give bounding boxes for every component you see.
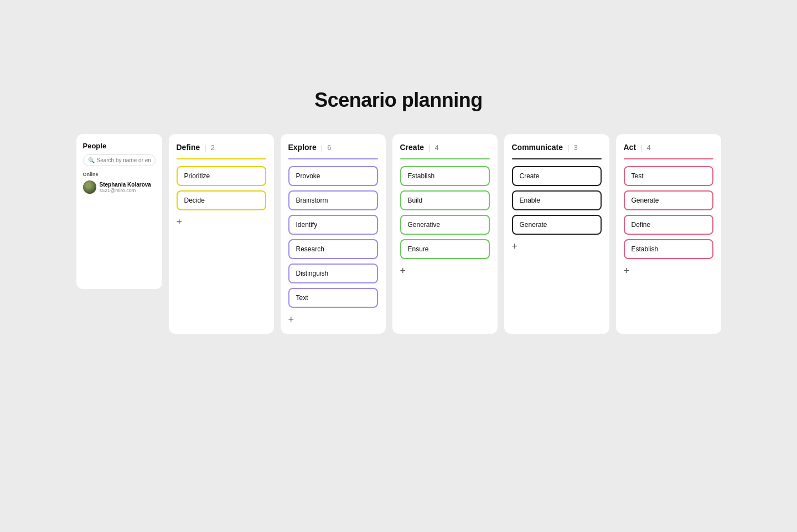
column-sep-act: |: [640, 143, 642, 152]
card-explore-2[interactable]: Identify: [288, 215, 378, 235]
user-name: Stephania Kolarova: [100, 182, 151, 188]
people-panel: People 🔍 Online Stephania Kolarova s521@…: [76, 134, 162, 289]
add-card-button-create[interactable]: +: [400, 266, 406, 276]
column-act: Act|4TestGenerateDefineEstablish+: [616, 134, 721, 334]
column-count-communicate: 3: [573, 143, 577, 152]
column-title-communicate: Communicate: [512, 143, 563, 152]
column-divider-define: [177, 158, 266, 159]
card-define-1[interactable]: Decide: [177, 190, 266, 210]
card-explore-4[interactable]: Distinguish: [288, 264, 378, 283]
column-sep-explore: |: [321, 143, 323, 152]
card-communicate-0[interactable]: Create: [512, 166, 602, 186]
search-icon: 🔍: [88, 157, 95, 163]
column-count-define: 2: [211, 143, 215, 152]
column-define: Define|2PrioritizeDecide+: [169, 134, 274, 334]
column-header-explore: Explore|6: [288, 143, 378, 152]
columns-container: Define|2PrioritizeDecide+Explore|6Provok…: [169, 134, 721, 334]
column-title-create: Create: [400, 143, 425, 152]
add-card-button-communicate[interactable]: +: [512, 241, 518, 251]
add-card-button-define[interactable]: +: [177, 217, 183, 227]
board: People 🔍 Online Stephania Kolarova s521@…: [54, 134, 743, 334]
column-title-define: Define: [177, 143, 200, 152]
column-count-create: 4: [434, 143, 438, 152]
column-header-define: Define|2: [177, 143, 266, 152]
card-create-0[interactable]: Establish: [400, 166, 490, 186]
column-sep-communicate: |: [567, 143, 569, 152]
column-header-create: Create|4: [400, 143, 490, 152]
user-row: Stephania Kolarova s521@miro.com: [83, 180, 156, 194]
column-header-communicate: Communicate|3: [512, 143, 602, 152]
column-divider-communicate: [512, 158, 602, 159]
column-divider-explore: [288, 158, 378, 159]
column-count-explore: 6: [327, 143, 331, 152]
online-label: Online: [83, 172, 156, 177]
page-title: Scenario planning: [314, 89, 483, 112]
card-explore-1[interactable]: Brainstorm: [288, 190, 378, 210]
card-create-1[interactable]: Build: [400, 190, 490, 210]
column-header-act: Act|4: [624, 143, 713, 152]
user-info: Stephania Kolarova s521@miro.com: [100, 182, 151, 193]
card-act-2[interactable]: Define: [624, 215, 713, 235]
card-explore-0[interactable]: Provoke: [288, 166, 378, 186]
column-explore: Explore|6ProvokeBrainstormIdentifyResear…: [281, 134, 386, 334]
user-email: s521@miro.com: [100, 188, 151, 193]
card-define-0[interactable]: Prioritize: [177, 166, 266, 186]
add-card-button-explore[interactable]: +: [288, 314, 294, 324]
column-count-act: 4: [646, 143, 650, 152]
people-panel-title: People: [83, 142, 156, 150]
card-create-2[interactable]: Generative: [400, 215, 490, 235]
card-create-3[interactable]: Ensure: [400, 239, 490, 259]
column-sep-define: |: [204, 143, 206, 152]
card-communicate-2[interactable]: Generate: [512, 215, 602, 235]
column-create: Create|4EstablishBuildGenerativeEnsure+: [392, 134, 498, 334]
avatar: [83, 180, 96, 194]
card-act-0[interactable]: Test: [624, 166, 713, 186]
column-communicate: Communicate|3CreateEnableGenerate+: [504, 134, 609, 334]
column-title-explore: Explore: [288, 143, 317, 152]
card-act-1[interactable]: Generate: [624, 190, 713, 210]
card-explore-5[interactable]: Text: [288, 288, 378, 308]
column-divider-create: [400, 158, 490, 159]
card-act-3[interactable]: Establish: [624, 239, 713, 259]
add-card-button-act[interactable]: +: [624, 266, 630, 276]
search-box[interactable]: 🔍: [83, 154, 156, 166]
card-explore-3[interactable]: Research: [288, 239, 378, 259]
column-divider-act: [624, 158, 713, 159]
column-title-act: Act: [624, 143, 636, 152]
column-sep-create: |: [428, 143, 430, 152]
card-communicate-1[interactable]: Enable: [512, 190, 602, 210]
search-input[interactable]: [97, 157, 151, 163]
